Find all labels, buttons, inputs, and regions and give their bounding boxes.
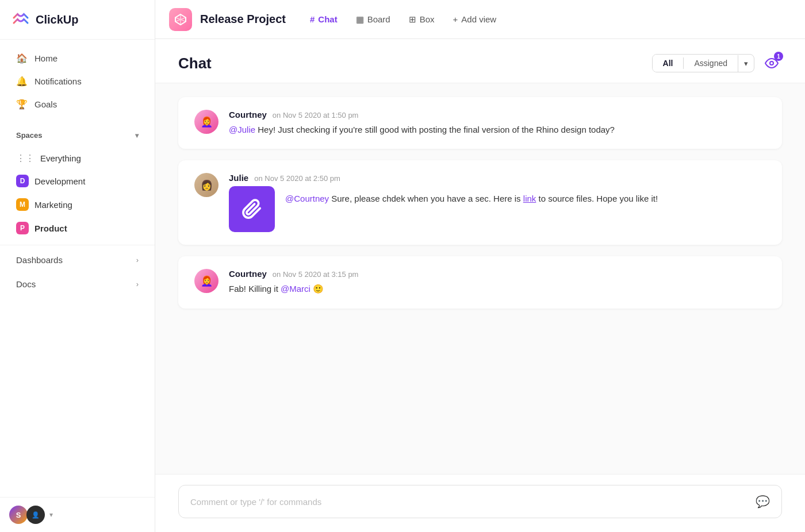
filter-all-button[interactable]: All: [653, 55, 684, 72]
tab-board-label: Board: [367, 14, 390, 24]
msg-emoji: 🙂: [313, 284, 324, 294]
message-meta-3: Courtney on Nov 5 2020 at 3:15 pm: [229, 269, 766, 279]
source-link[interactable]: link: [523, 194, 536, 203]
board-icon: ▦: [356, 14, 364, 25]
bell-icon: 🔔: [16, 76, 28, 87]
spaces-header[interactable]: Spaces ▾: [5, 125, 150, 145]
sidebar-item-docs[interactable]: Docs ›: [5, 272, 150, 296]
sidebar-nav: 🏠 Home 🔔 Notifications 🏆 Goals: [0, 40, 155, 123]
filter-assigned-button[interactable]: Assigned: [684, 55, 738, 72]
attachment-icon[interactable]: [229, 186, 275, 232]
sidebar-item-goals[interactable]: 🏆 Goals: [5, 93, 150, 115]
sidebar-item-dashboards[interactable]: Dashboards ›: [5, 248, 150, 272]
sidebar-item-home-label: Home: [34, 53, 57, 63]
sidebar-item-development[interactable]: D Development: [5, 169, 150, 192]
box-icon: ⊞: [409, 14, 416, 25]
comment-input[interactable]: Comment or type '/' for commands 💬: [178, 485, 782, 518]
sidebar-item-development-label: Development: [34, 176, 85, 186]
mention-marci[interactable]: @Marci: [281, 284, 310, 294]
comment-box-wrap: Comment or type '/' for commands 💬: [155, 474, 805, 532]
paperclip-icon: [241, 199, 262, 219]
messages-area: 👩‍🦰 Courtney on Nov 5 2020 at 1:50 pm @J…: [155, 83, 805, 474]
chat-title: Chat: [178, 55, 212, 72]
marketing-badge: M: [16, 198, 29, 211]
avatar-s: S: [9, 506, 28, 524]
spaces-section: Spaces ▾ ⋮⋮ Everything D Development M M…: [0, 123, 155, 240]
tab-board[interactable]: ▦ Board: [348, 11, 398, 28]
attachment-text-end: to source files. Hope you like it!: [538, 194, 658, 203]
topbar: Release Project # Chat ▦ Board ⊞ Box + A…: [155, 0, 805, 39]
app-name: ClickUp: [36, 13, 78, 26]
message-body-2: Julie on Nov 5 2020 at 2:50 pm @Courtney…: [229, 173, 766, 232]
sidebar-footer: S 👤 ▾: [0, 497, 155, 532]
msg-author-2: Julie: [229, 173, 248, 183]
sidebar-bottom: Dashboards › Docs ›: [0, 245, 155, 296]
hash-icon: #: [310, 14, 315, 24]
msg-author-1: Courtney: [229, 110, 267, 119]
clickup-logo-icon: [12, 10, 30, 29]
chevron-down-filter-icon: ▾: [744, 59, 748, 68]
sidebar-item-home[interactable]: 🏠 Home: [5, 47, 150, 70]
mention-courtney[interactable]: @Courtney: [285, 194, 329, 203]
grid-icon: ⋮⋮: [16, 153, 34, 164]
msg-time-2: on Nov 5 2020 at 2:50 pm: [254, 174, 340, 183]
home-icon: 🏠: [16, 53, 28, 64]
message-meta-1: Courtney on Nov 5 2020 at 1:50 pm: [229, 110, 766, 119]
sidebar-dashboards-label: Dashboards: [16, 255, 63, 265]
tab-chat-label: Chat: [318, 14, 337, 24]
sidebar-item-product[interactable]: P Product: [5, 217, 150, 240]
spaces-label: Spaces: [16, 131, 43, 140]
sidebar-item-notifications[interactable]: 🔔 Notifications: [5, 70, 150, 92]
mention-julie[interactable]: @Julie: [229, 125, 255, 134]
sidebar-item-marketing-label: Marketing: [34, 200, 72, 210]
sidebar-item-product-label: Product: [34, 223, 67, 233]
main-content: Release Project # Chat ▦ Board ⊞ Box + A…: [155, 0, 805, 532]
filter-dropdown-button[interactable]: ▾: [738, 55, 754, 72]
project-title: Release Project: [200, 13, 286, 26]
notification-badge: 1: [774, 52, 783, 61]
chat-bubble-icon: 💬: [756, 495, 770, 508]
cube-icon: [174, 13, 187, 26]
tab-chat[interactable]: # Chat: [302, 11, 346, 28]
tab-box-label: Box: [420, 14, 435, 24]
msg-text-fab: Fab! Killing it: [229, 284, 281, 294]
sidebar: ClickUp 🏠 Home 🔔 Notifications 🏆 Goals S…: [0, 0, 155, 532]
tab-box[interactable]: ⊞ Box: [401, 11, 443, 28]
chat-header-right: All Assigned ▾ 1: [652, 53, 782, 74]
table-row: 👩‍🦰 Courtney on Nov 5 2020 at 3:15 pm Fa…: [178, 256, 782, 308]
comment-placeholder: Comment or type '/' for commands: [190, 497, 321, 507]
sidebar-item-goals-label: Goals: [34, 99, 57, 109]
msg-text-content-1: Hey! Just checking if you're still good …: [258, 125, 615, 134]
msg-time-3: on Nov 5 2020 at 3:15 pm: [273, 270, 359, 279]
plus-icon: +: [453, 14, 458, 24]
sidebar-docs-label: Docs: [16, 279, 36, 289]
message-body-3: Courtney on Nov 5 2020 at 3:15 pm Fab! K…: [229, 269, 766, 295]
message-text-1: @Julie Hey! Just checking if you're stil…: [229, 123, 766, 136]
footer-chevron-icon[interactable]: ▾: [49, 511, 53, 519]
project-icon: [169, 8, 192, 31]
avatar-courtney-2: 👩‍🦰: [194, 269, 218, 293]
filter-btn-group: All Assigned ▾: [652, 54, 754, 72]
table-row: 👩 Julie on Nov 5 2020 at 2:50 pm: [178, 160, 782, 245]
attachment-text: @Courtney Sure, please chdek when you ha…: [285, 186, 658, 206]
attachment-row: @Courtney Sure, please chdek when you ha…: [229, 186, 766, 232]
avatar-dark: 👤: [26, 506, 45, 524]
sidebar-item-everything[interactable]: ⋮⋮ Everything: [5, 148, 150, 169]
trophy-icon: 🏆: [16, 99, 28, 110]
sidebar-item-marketing[interactable]: M Marketing: [5, 193, 150, 216]
add-view-label: Add view: [461, 14, 496, 24]
logo-area: ClickUp: [0, 0, 155, 40]
table-row: 👩‍🦰 Courtney on Nov 5 2020 at 1:50 pm @J…: [178, 97, 782, 149]
eye-button[interactable]: 1: [761, 53, 782, 74]
chevron-down-icon: ▾: [135, 132, 139, 140]
message-body-1: Courtney on Nov 5 2020 at 1:50 pm @Julie…: [229, 110, 766, 136]
add-view-button[interactable]: + Add view: [445, 11, 505, 28]
attachment-text-main: Sure, please chdek when you have a sec. …: [331, 194, 523, 203]
chat-area: Chat All Assigned ▾ 1: [155, 39, 805, 532]
development-badge: D: [16, 175, 29, 187]
chat-header: Chat All Assigned ▾ 1: [155, 39, 805, 83]
msg-author-3: Courtney: [229, 269, 267, 279]
avatar-courtney-1: 👩‍🦰: [194, 110, 218, 134]
chevron-right-icon-docs: ›: [136, 280, 139, 288]
sidebar-item-everything-label: Everything: [40, 153, 81, 163]
